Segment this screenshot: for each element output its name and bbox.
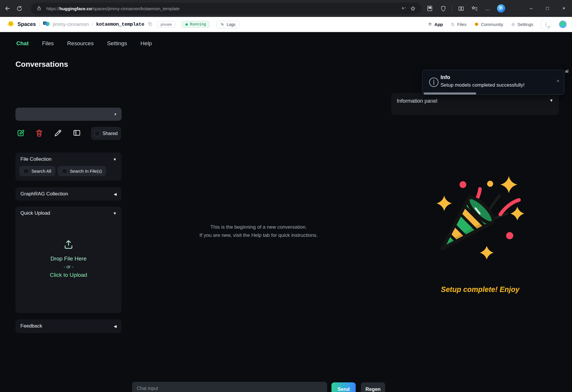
toast-close-icon[interactable]: × [557,78,559,84]
collapse-arrow-icon: ◀ [114,192,117,196]
graphrag-card: GraphRAG Collection ◀ [15,187,122,201]
new-chat-icon [16,129,25,138]
conversation-select[interactable]: ▾ [15,108,122,121]
path-slash: / [92,22,93,27]
toggle-panel-button[interactable] [72,129,91,139]
file-collection-header[interactable]: File Collection ▼ [15,153,122,166]
regen-button[interactable]: Regen [361,382,385,392]
favorites-bar-icon[interactable] [470,4,479,13]
nav-files[interactable]: Files [450,22,466,27]
spaces-brand[interactable]: Spaces [17,21,36,27]
collapse-arrow-icon: ◀ [114,324,117,328]
send-button[interactable]: Send [331,382,356,392]
file-collection-card: File Collection ▼ Search All Search In F… [15,153,122,181]
community-icon [474,22,479,27]
new-conversation-button[interactable] [16,129,35,139]
running-badge[interactable]: Running [181,21,210,28]
minimize-button[interactable]: – [523,0,539,17]
space-avatar [43,21,50,28]
radio-search-in-files[interactable]: Search In File(s) [58,166,106,176]
toolbar-divider [452,5,452,12]
shared-checkbox[interactable]: Shared [91,127,121,140]
svg-text:A: A [402,6,404,10]
empty-line-1: This is the beginning of a new conversat… [142,223,375,231]
rename-conversation-button[interactable] [54,129,72,139]
url-path: /spaces/jimmy-cinnamon/kotaemon_template [92,6,180,11]
shared-label: Shared [103,131,118,136]
hf-nav: App Files Community Settings ⋮ [428,20,567,29]
copy-icon[interactable] [148,22,152,27]
arrow-left-icon [4,5,11,12]
nav-community[interactable]: Community [474,22,503,27]
breadcrumb-divider: | [39,22,40,27]
tab-resources[interactable]: Resources [67,40,94,47]
url-text: https://huggingface.co/spaces/jimmy-cinn… [46,6,400,11]
extension-shield-icon[interactable] [438,4,448,13]
drop-file-label: Drop File Here [15,256,122,262]
screen: https://huggingface.co/spaces/jimmy-cinn… [0,0,572,392]
favorite-star-icon[interactable] [408,4,417,13]
quick-upload-card: Quick Upload ▼ Drop File Here - or - Cli… [15,206,122,313]
logs-button[interactable]: Logs [216,21,239,28]
click-to-upload-link[interactable]: Click to Upload [15,272,122,278]
logs-icon [220,22,224,27]
side-panel-icon [72,129,81,137]
hf-logo-icon[interactable] [7,20,15,29]
tab-files[interactable]: Files [42,40,54,47]
upload-dropzone[interactable]: Drop File Here - or - Click to Upload [15,239,122,278]
maximize-button[interactable]: □ [539,0,556,17]
clipped-text-fragment: al [565,69,569,74]
feedback-header[interactable]: Feedback ◀ [15,319,122,333]
search-mode-radios: Search All Search In File(s) [15,166,122,176]
conversations-title: Conversations [15,60,68,69]
gear-icon [511,22,515,27]
window-controls: – □ × [523,0,572,17]
file-tree-icon [450,22,455,27]
nav-app[interactable]: App [428,22,443,27]
wallet-icon[interactable] [425,4,434,13]
feedback-card: Feedback ◀ [15,319,122,333]
empty-line-2: If you are new, visit the Help tab for q… [142,231,375,239]
nav-settings[interactable]: Settings [511,22,533,27]
info-icon [429,77,439,89]
quick-upload-header[interactable]: Quick Upload ▼ [15,206,122,220]
address-bar[interactable]: https://huggingface.co/spaces/jimmy-cinn… [31,3,421,14]
tab-settings[interactable]: Settings [107,40,127,47]
reload-button[interactable] [13,3,25,14]
more-menu-icon[interactable]: … [483,4,492,13]
private-badge: private [157,21,176,28]
tab-help[interactable]: Help [141,40,152,47]
or-label: - or - [15,264,122,270]
party-popper-image [431,174,533,276]
toast-title: Info [441,74,450,80]
close-button[interactable]: × [556,0,572,17]
tab-chat[interactable]: Chat [16,40,29,47]
chat-input[interactable] [132,382,327,392]
radio-search-all[interactable]: Search All [19,166,55,176]
repo-link[interactable]: kotaemon_template [96,22,144,27]
back-button[interactable] [2,3,13,14]
information-panel-title: Information panel [397,98,437,104]
copilot-icon[interactable] [496,4,506,13]
radio-icon [23,168,29,174]
more-options-button[interactable]: ⋮ [541,20,551,29]
information-panel: Information panel ▼ [391,93,559,115]
split-screen-icon[interactable] [456,4,466,13]
radio-icon [62,168,67,174]
pencil-icon [54,129,62,137]
graphrag-header[interactable]: GraphRAG Collection ◀ [15,187,122,201]
expand-arrow-icon: ▼ [113,157,117,162]
reload-icon [16,6,22,12]
expand-arrow-icon[interactable]: ▼ [549,98,553,103]
delete-conversation-button[interactable] [35,129,54,139]
user-avatar[interactable] [559,20,567,28]
url-domain: huggingface.co [59,6,92,11]
kotaemon-app: Chat Files Resources Settings Help Conve… [0,32,572,392]
url-scheme: https:// [46,6,59,11]
hf-header: Spaces | jimmy-cinnamon / kotaemon_templ… [0,17,572,32]
toast-message: Setup models completed successfully! [441,82,524,88]
info-toast: Info Setup models completed successfully… [422,70,564,95]
checkbox-icon [94,131,100,136]
owner-link[interactable]: jimmy-cinnamon [53,22,89,27]
read-aloud-icon[interactable]: A [400,4,408,13]
